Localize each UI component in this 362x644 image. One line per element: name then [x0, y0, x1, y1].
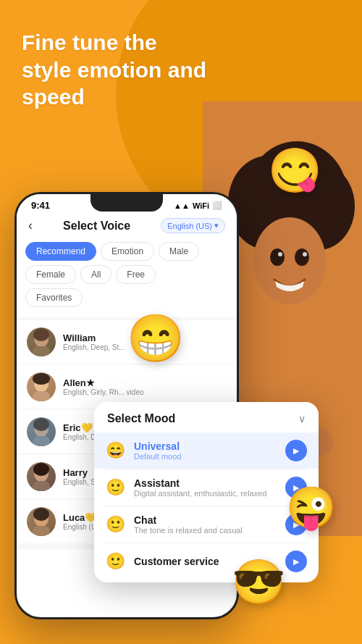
mood-emoji-chat: 🙂 [106, 515, 125, 534]
mood-title: Select Mood [107, 412, 175, 425]
headline-line1: Fine tune the [22, 29, 217, 57]
svg-rect-28 [33, 526, 50, 536]
mood-desc-assistant: Digital assistant, enthusiastic, relaxed [134, 489, 277, 498]
mood-info-universal: Universal Default mood [134, 440, 277, 461]
mood-name-universal: Universal [134, 440, 277, 452]
status-icons: ▲▲ WiFi ⬜ [174, 201, 222, 210]
svg-point-7 [278, 252, 282, 256]
svg-point-26 [33, 463, 49, 476]
mood-item-assistant[interactable]: 🙂 Assistant Digital assistant, enthusias… [94, 469, 319, 506]
avatar-william [27, 327, 56, 356]
play-universal-button[interactable]: ▶ [285, 440, 307, 461]
headline-line2: style emotion and speed [22, 57, 217, 111]
mood-info-assistant: Assistant Digital assistant, enthusiasti… [134, 477, 277, 498]
mood-header: Select Mood ∨ [94, 402, 319, 432]
back-button[interactable]: ‹ [28, 218, 33, 233]
mood-emoji-customer-service: 🙂 [106, 552, 125, 571]
language-label: English (US) [167, 222, 212, 230]
wifi-icon: WiFi [193, 201, 209, 210]
language-badge[interactable]: English (US) ▾ [161, 218, 225, 233]
filter-emotion[interactable]: Emotion [101, 242, 154, 261]
avatar-luca [27, 507, 56, 536]
voice-desc-allen: English, Girly, Rh... video [63, 388, 227, 396]
floating-emoji-top: 😋 [268, 145, 322, 196]
mood-info-chat: Chat The tone is relaxed and casual [134, 514, 277, 535]
svg-point-17 [33, 328, 49, 341]
mood-desc-universal: Default mood [134, 452, 277, 461]
filter-free[interactable]: Free [116, 265, 156, 284]
mood-name-chat: Chat [134, 514, 277, 526]
phone-notch [90, 194, 163, 212]
svg-rect-19 [33, 391, 50, 401]
floating-emoji-middle: 😁 [127, 311, 185, 366]
signal-icon: ▲▲ [174, 201, 190, 210]
svg-point-29 [33, 508, 49, 521]
filter-female[interactable]: Female [25, 265, 76, 284]
filter-area: Recommend Emotion Male Female All Free F… [17, 239, 237, 317]
svg-point-5 [270, 248, 285, 266]
svg-rect-25 [33, 481, 50, 491]
avatar-eric [27, 417, 56, 446]
mood-desc-chat: The tone is relaxed and casual [134, 526, 277, 535]
floating-emoji-cool: 😎 [232, 556, 286, 608]
play-customer-service-button[interactable]: ▶ [285, 551, 307, 572]
mood-name-assistant: Assistant [134, 477, 277, 489]
filter-male[interactable]: Male [159, 242, 199, 261]
avatar-allen [27, 372, 56, 401]
avatar-harry [27, 462, 56, 491]
battery-icon: ⬜ [212, 201, 222, 210]
voice-name-allen: Allen★ [63, 377, 227, 388]
svg-rect-16 [33, 346, 50, 356]
svg-rect-22 [33, 436, 50, 446]
headline: Fine tune the style emotion and speed [22, 29, 217, 111]
filter-row-1: Recommend Emotion Male [25, 242, 228, 261]
svg-point-8 [303, 252, 307, 256]
voice-info-allen: Allen★ English, Girly, Rh... video [63, 377, 227, 396]
language-arrow: ▾ [214, 221, 219, 230]
svg-point-20 [33, 373, 50, 385]
status-time: 9:41 [31, 200, 50, 211]
mood-emoji-assistant: 🙂 [106, 478, 125, 497]
voice-header: ‹ Select Voice English (US) ▾ [17, 214, 237, 239]
mood-overlay: Select Mood ∨ 😄 Universal Default mood ▶… [94, 402, 319, 582]
filter-row-2: Female All Free [25, 265, 228, 284]
svg-point-23 [33, 418, 49, 431]
floating-emoji-wink: 😜 [286, 484, 337, 532]
mood-item-universal[interactable]: 😄 Universal Default mood ▶ [94, 432, 319, 469]
voice-header-title: Select Voice [63, 219, 130, 233]
filter-recommend[interactable]: Recommend [25, 242, 96, 261]
filter-row-3: Favorites [25, 288, 228, 307]
mood-item-chat[interactable]: 🙂 Chat The tone is relaxed and casual ▶ [94, 506, 319, 543]
mood-emoji-universal: 😄 [106, 441, 125, 460]
filter-favorites[interactable]: Favorites [25, 288, 83, 307]
chevron-down-icon[interactable]: ∨ [298, 413, 306, 425]
filter-all[interactable]: All [80, 265, 111, 284]
svg-point-6 [295, 248, 309, 266]
